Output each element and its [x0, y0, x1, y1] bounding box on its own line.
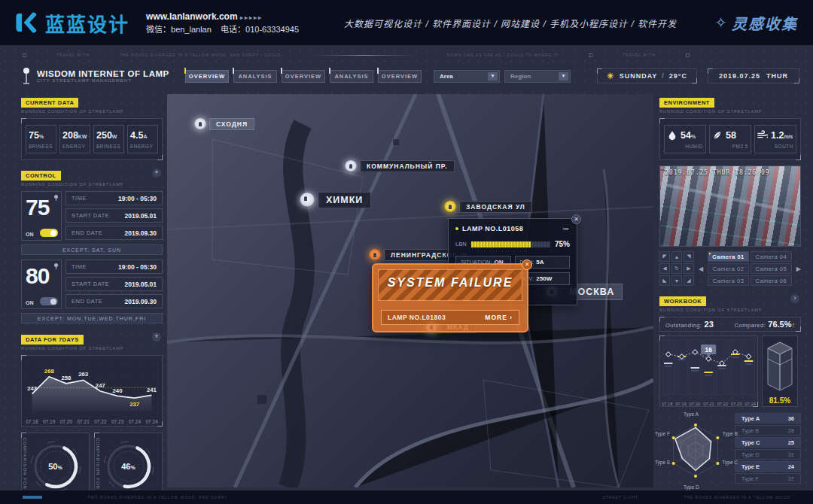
type-d-row[interactable]: Type D31 — [735, 449, 801, 460]
region-select[interactable]: Region ▾ — [504, 70, 571, 83]
page-subtitle: CITY STREETLAMP MANAGEMENT — [37, 78, 169, 83]
tab-analysis-2[interactable]: ANALYSIS — [330, 70, 373, 83]
close-icon[interactable]: ✕ — [571, 214, 581, 224]
start-date-row[interactable]: START DATE2019.05.01 — [65, 208, 163, 223]
left-column: CURRENT DATA RUNNING CONDITION OF STREET… — [21, 94, 163, 499]
brightness-level-box: 75 ON — [21, 191, 62, 241]
camera-list: Camera 01 Camera 02 Camera 03 Camera 04 … — [708, 251, 792, 286]
lamp-pin-icon — [444, 201, 456, 213]
outstanding-value: 23 — [705, 320, 714, 329]
camera-05-button[interactable]: Camera 05 — [751, 263, 792, 274]
logo[interactable]: 蓝蓝设计 — [0, 9, 129, 37]
pan-up-button[interactable]: ▲ — [671, 251, 682, 262]
expand-chart-button[interactable]: + — [152, 332, 161, 342]
time-row[interactable]: TIME19:00 - 05:30 — [65, 260, 163, 274]
type-f-row[interactable]: Type F37 — [735, 473, 801, 484]
brightness-percent: 75% — [555, 240, 570, 248]
camera-04-button[interactable]: Camera 04 — [751, 251, 792, 262]
workbook-more-button[interactable]: › — [790, 294, 799, 303]
type-a-row[interactable]: Type A36 — [735, 413, 801, 424]
camera-next-button[interactable]: ▶ — [796, 266, 801, 272]
more-button[interactable]: MORE › — [485, 314, 513, 321]
city-map[interactable]: СХОДНЯ КОММУНАЛЬНЫЙ ПР. ХИМКИ ЗАВОДСКАЯ … — [167, 94, 653, 487]
brightness-value: 75 — [26, 194, 57, 221]
camera-feed-image[interactable]: 2019.07.25 THUR 18:26:09 — [659, 165, 801, 247]
sliders-icon[interactable]: ≔ — [562, 225, 570, 232]
pan-down-button[interactable]: ▼ — [671, 275, 682, 286]
svg-text:240: 240 — [113, 387, 123, 394]
wechat-label: 微信：ben_lanlan — [146, 25, 212, 34]
except-days: EXCEPT: SAT, SUN — [21, 244, 163, 255]
current-data-stats: 75% BRINESS 208KW ENERGY 250W BRINESS 4.… — [21, 118, 163, 160]
line-chart: 243268258263247240237241 07.1807.1907.20… — [21, 355, 163, 427]
current-data-badge: CURRENT DATA — [21, 98, 78, 108]
system-failure-alert: ✕ SYSTEM FAILURE LAMP NO.L01803 MORE › — [372, 263, 528, 332]
tab-overview-2[interactable]: OVERVIEW — [282, 70, 325, 83]
panel-control: CONTROL RUNNING CONDITION OF STREETLAMP … — [21, 167, 163, 323]
pan-downright-button[interactable]: ◢ — [684, 275, 694, 286]
panel-data-7days: DATA FOR 7DAYS RUNNING CONDITION OF STRE… — [21, 331, 163, 427]
map-label-zavodskaya[interactable]: ЗАВОДСКАЯ УЛ — [444, 201, 532, 213]
tab-analysis-1[interactable]: ANALYSIS — [233, 70, 277, 83]
decorative-strip: TRAVEL WITH THE ROADS DIVERGED IN A YELL… — [23, 50, 790, 60]
brightness-level-box: 80 ON — [21, 260, 62, 309]
camera-06-button[interactable]: Camera 06 — [751, 275, 792, 286]
website-link[interactable]: www.lanlanwork.com — [146, 11, 238, 22]
stat-energy-kw: 208KW ENERGY — [59, 125, 90, 153]
start-date-row[interactable]: START DATE2019.05.01 — [65, 277, 163, 291]
chevron-down-icon: ▾ — [559, 72, 568, 80]
power-toggle[interactable] — [40, 297, 58, 305]
map-label-kommunalny[interactable]: КОММУНАЛЬНЫЙ ПР. — [345, 160, 455, 172]
inspiration-collect[interactable]: ✧ 灵感收集 — [714, 12, 798, 34]
svg-text:237: 237 — [129, 401, 139, 408]
filters: Area ▾ Region ▾ — [434, 70, 571, 83]
leaf-icon — [712, 130, 723, 141]
type-b-row[interactable]: Type B28 — [735, 425, 801, 436]
end-date-row[interactable]: END DATE2019.09.30 — [65, 226, 163, 240]
contact-info: www.lanlanwork.com ▸▸▸▸▸ 微信：ben_lanlan 电… — [146, 10, 299, 36]
area-select[interactable]: Area ▾ — [434, 70, 500, 83]
brightness-bar[interactable] — [471, 241, 550, 247]
brightness-value: 80 — [26, 263, 57, 290]
pan-upleft-button[interactable]: ◤ — [659, 251, 670, 262]
camera-02-button[interactable]: Camera 02 — [708, 263, 749, 274]
add-control-button[interactable]: + — [152, 169, 161, 178]
time-row[interactable]: TIME19:00 - 05:30 — [65, 191, 163, 205]
type-e-row[interactable]: Type E24 — [735, 461, 801, 472]
pan-downleft-button[interactable]: ◣ — [659, 275, 670, 286]
close-icon[interactable]: ✕ — [522, 260, 532, 270]
tab-overview-3[interactable]: OVERVIEW — [378, 70, 422, 83]
type-c-row[interactable]: Type C25 — [735, 437, 801, 448]
panel-camera: 2019.07.25 THUR 18:26:09 ◤ ▲ ◥ ◀ ↻ ▶ ◣ ▼… — [659, 165, 801, 286]
pan-left-button[interactable]: ◀ — [659, 263, 670, 274]
svg-text:258: 258 — [62, 375, 72, 381]
footer-accent — [23, 496, 42, 499]
lamp-pin-icon — [345, 160, 357, 172]
panel-current-data: CURRENT DATA RUNNING CONDITION OF STREET… — [21, 94, 163, 160]
map-label-khimki[interactable]: ХИМКИ — [300, 192, 371, 208]
camera-01-button[interactable]: Camera 01 — [708, 251, 749, 262]
camera-prev-button[interactable]: ◀ — [699, 266, 703, 272]
power-toggle[interactable] — [40, 229, 58, 237]
axis-label: 07.22 — [92, 419, 109, 424]
dashboard: TRAVEL WITH THE ROADS DIVERGED IN A YELL… — [0, 45, 813, 504]
camera-03-button[interactable]: Camera 03 — [708, 275, 749, 286]
reset-button[interactable]: ↻ — [671, 263, 682, 274]
compared-value: 76.5% — [768, 320, 791, 329]
axis-label: 07.23 — [729, 402, 743, 406]
end-date-row[interactable]: END DATE2019.09.30 — [65, 294, 163, 308]
radar-chart: Type A Type B Type C Type D Type E Type … — [659, 413, 732, 488]
gauge-2: COMPARISON FOR 46% — [94, 433, 163, 499]
pan-upright-button[interactable]: ◥ — [684, 251, 694, 262]
svg-text:243: 243 — [27, 385, 38, 392]
line-chart-svg: 243268258263247240237241 — [23, 357, 160, 414]
tab-overview-1[interactable]: OVERVIEW — [185, 70, 229, 83]
ptz-pad: ◤ ▲ ◥ ◀ ↻ ▶ ◣ ▼ ◢ — [659, 251, 694, 286]
svg-text:263: 263 — [78, 371, 89, 378]
workbook-badge: WORKBOOK — [659, 296, 706, 306]
type-legend: Type A36 Type B28 Type C25 Type D31 Type… — [735, 413, 801, 488]
map-label-skhodnya[interactable]: СХОДНЯ — [194, 118, 254, 130]
pan-right-button[interactable]: ▶ — [684, 263, 694, 274]
workbook-stats: Outstanding: 23 Compared: 76.5% ↑ — [659, 317, 801, 332]
weather-widget: ☀ SUNNDAY / 29°C — [597, 68, 697, 83]
